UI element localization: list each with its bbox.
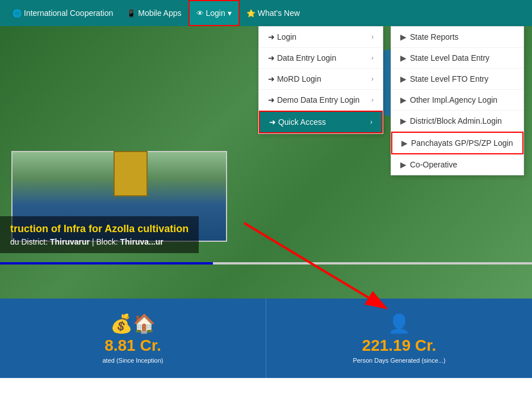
stat-card-1: 👤 221.19 Cr. Person Days Generated (sinc… [266,299,532,378]
eye-icon: 👁 [196,9,204,18]
arrow-icon: › [371,54,374,62]
mobile-icon: 📱 [127,9,136,18]
submenu-other-impl-agency[interactable]: ▶ Other Impl.Agency Login [391,90,523,111]
hero-title: truction of Infra for Azolla cultivation [10,223,188,235]
dropdown-login[interactable]: ➜ Login › [259,27,383,48]
nav-mobile-apps[interactable]: 📱 Mobile Apps [120,0,188,26]
hero-caption: truction of Infra for Azolla cultivation… [0,216,199,253]
dropdown-quick-access[interactable]: ➜ Quick Access › [259,111,383,133]
bullet-icon: ▶ [400,160,407,169]
bullet-icon: ▶ [400,74,407,83]
person-icon: 👤 [388,313,410,334]
submenu-state-level-fto-entry[interactable]: ▶ State Level FTO Entry [391,69,523,90]
bullet-icon: ▶ [400,53,407,62]
arrow-icon: › [371,33,374,41]
bullet-icon: ▶ [400,95,407,104]
arrow-right-icon: › [370,118,372,126]
nav-whats-new[interactable]: ⭐ What's New [240,0,307,26]
bullet-icon: ▶ [401,138,408,148]
building-sign [114,151,148,196]
dropdown-chevron-icon: ▾ [228,9,232,18]
stat-amount-1: 221.19 Cr. [362,337,437,355]
money-icon: 💰🏠 [110,313,156,334]
stat-label-0: ated (Since Inception) [102,357,163,364]
stat-label-1: Person Days Generated (since...) [353,357,445,364]
dropdown-mord-login[interactable]: ➜ MoRD Login › [259,69,383,90]
submenu-district-block-admin[interactable]: ▶ District/Block Admin.Login [391,111,523,132]
nav-international-cooperation[interactable]: 🌐 International Cooperation [6,0,120,26]
stat-card-0: 💰🏠 8.81 Cr. ated (Since Inception) [0,299,266,378]
submenu-co-operative[interactable]: ▶ Co-Operative [391,154,523,175]
stats-bar: 💰🏠 8.81 Cr. ated (Since Inception) 👤 221… [0,299,532,378]
submenu-state-reports[interactable]: ▶ State Reports [391,27,523,48]
dropdown-data-entry-login[interactable]: ➜ Data Entry Login › [259,48,383,69]
star-icon: ⭐ [246,9,255,18]
navbar: 🌐 International Cooperation 📱 Mobile App… [0,0,532,26]
bullet-icon: ▶ [400,116,407,125]
hero-progress-bar [0,262,532,264]
stat-amount-0: 8.81 Cr. [104,337,161,355]
quick-access-submenu: ▶ State Reports ▶ State Level Data Entry… [391,26,524,175]
arrow-icon: › [371,75,374,83]
globe-icon: 🌐 [12,9,22,18]
hero-subtitle: du District: Thiruvarur | Block: Thiruva… [10,237,188,246]
dropdown-demo-data-entry[interactable]: ➜ Demo Data Entry Login › [259,90,383,111]
submenu-panchayats-login[interactable]: ▶ Panchayats GP/PS/ZP Login [391,132,523,154]
hero-progress-fill [0,262,213,264]
bullet-icon: ▶ [400,32,407,41]
submenu-state-level-data-entry[interactable]: ▶ State Level Data Entry [391,48,523,69]
login-dropdown: ➜ Login › ➜ Data Entry Login › ➜ MoRD Lo… [258,26,383,134]
arrow-icon: › [371,96,374,104]
nav-login[interactable]: 👁 Login ▾ [188,0,240,26]
